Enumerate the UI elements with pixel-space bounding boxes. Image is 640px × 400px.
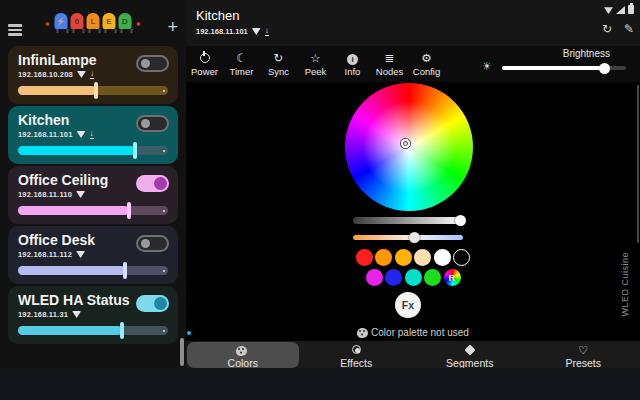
- device-power-toggle[interactable]: [136, 295, 169, 312]
- device-brightness-slider[interactable]: [18, 146, 168, 155]
- white-balance-slider[interactable]: [353, 235, 463, 240]
- main-header: Kitchen 192.168.11.101 ↓ ↻ ✎: [186, 0, 640, 46]
- android-status-bar: [604, 5, 634, 14]
- info-icon: i: [347, 54, 358, 65]
- power-button[interactable]: Power: [186, 51, 223, 77]
- device-nickname-label: WLED Cuisine: [620, 252, 630, 317]
- device-list-sidebar: ⚡0LED + InfiniLampe 192.168.10.208 ↓ Kit…: [0, 0, 186, 400]
- wifi-icon: [76, 251, 85, 258]
- tab-segments[interactable]: Segments: [414, 342, 527, 368]
- device-card-office-desk[interactable]: Office Desk 192.168.11.112 ↓: [8, 226, 178, 284]
- led-logo-glyph: ⚡: [55, 13, 68, 29]
- wifi-status-icon: [604, 6, 613, 14]
- color-swatch[interactable]: [356, 249, 373, 266]
- device-power-toggle[interactable]: [136, 175, 169, 192]
- slider-thumb[interactable]: [127, 202, 131, 219]
- sidebar-scrollbar[interactable]: [180, 338, 184, 366]
- sidebar-header: ⚡0LED +: [0, 0, 186, 46]
- device-power-toggle[interactable]: [136, 235, 169, 252]
- color-swatch[interactable]: [395, 249, 412, 266]
- led-logo-glyph: L: [87, 13, 100, 29]
- device-control-panel: Kitchen 192.168.11.101 ↓ ↻ ✎ Power ☾ Tim…: [186, 0, 640, 400]
- color-swatch[interactable]: [405, 269, 422, 286]
- palette-status: Color palette not used: [186, 327, 640, 338]
- device-card-infinilampe[interactable]: InfiniLampe 192.168.10.208 ↓: [8, 46, 178, 104]
- device-ip: 192.168.11.101: [196, 27, 248, 36]
- device-power-toggle[interactable]: [136, 55, 169, 72]
- device-card-wled-ha-status[interactable]: WLED HA Status 192.168.11.31 ↓: [8, 286, 178, 344]
- brightness-label: Brightness: [563, 48, 610, 59]
- value-slider[interactable]: [353, 217, 463, 224]
- main-scrollbar[interactable]: [637, 85, 639, 243]
- color-swatch[interactable]: [453, 249, 470, 266]
- cellular-status-icon: [616, 6, 625, 14]
- update-available-icon: ↓: [90, 70, 94, 79]
- fx-button[interactable]: Fx: [395, 292, 421, 318]
- peek-button[interactable]: ☆ Peek: [297, 51, 334, 77]
- color-swatch[interactable]: [375, 249, 392, 266]
- tab-presets[interactable]: ♡ Presets: [527, 342, 640, 368]
- device-ip: 192.168.11.112: [18, 250, 72, 259]
- brightness-slider-thumb[interactable]: [599, 63, 610, 74]
- effects-icon: [352, 345, 361, 354]
- palette-icon: [236, 346, 247, 356]
- led-logo-glyph: 0: [71, 13, 84, 29]
- wifi-icon: [77, 71, 86, 78]
- color-wheel-picker[interactable]: [401, 139, 410, 148]
- white-balance-slider-thumb[interactable]: [409, 232, 420, 243]
- sync-button[interactable]: ↻ Sync: [260, 51, 297, 77]
- device-ip: 192.168.10.208: [18, 70, 73, 79]
- palette-status-text: Color palette not used: [371, 327, 469, 338]
- color-swatch[interactable]: [414, 249, 431, 266]
- config-button[interactable]: ⚙ Config: [408, 51, 445, 77]
- brightness-control: Brightness ☀: [482, 46, 634, 82]
- device-brightness-slider[interactable]: [18, 266, 168, 275]
- timer-button[interactable]: ☾ Timer: [223, 51, 260, 77]
- nodes-list-icon: ≣: [371, 51, 408, 66]
- brightness-slider[interactable]: [502, 66, 626, 70]
- refresh-icon[interactable]: ↻: [602, 22, 612, 36]
- color-swatch[interactable]: [366, 269, 383, 286]
- device-brightness-slider[interactable]: [18, 86, 168, 95]
- info-button[interactable]: i Info: [334, 51, 371, 77]
- color-swatch[interactable]: [434, 249, 451, 266]
- menu-icon[interactable]: [8, 24, 22, 38]
- led-logo-glyph: D: [119, 13, 132, 29]
- sync-icon: ↻: [260, 51, 297, 66]
- wled-logo: ⚡0LED: [55, 13, 132, 29]
- slider-thumb[interactable]: [120, 322, 124, 339]
- value-slider-thumb[interactable]: [455, 215, 466, 226]
- edit-icon[interactable]: ✎: [624, 22, 634, 36]
- segments-icon: [464, 344, 475, 355]
- power-icon: [200, 53, 210, 63]
- led-logo-glyph: E: [103, 13, 116, 29]
- color-swatch-row-2: R: [186, 269, 640, 286]
- wifi-icon: [77, 131, 86, 138]
- add-device-button[interactable]: +: [167, 18, 178, 36]
- color-swatch[interactable]: [424, 269, 441, 286]
- device-name: Kitchen: [18, 112, 69, 128]
- color-wheel[interactable]: [345, 83, 473, 211]
- sun-icon: ☀: [482, 60, 492, 73]
- page-title: Kitchen: [196, 8, 239, 23]
- device-ip: 192.168.11.101: [18, 130, 73, 139]
- palette-icon: [357, 328, 368, 338]
- device-brightness-slider[interactable]: [18, 326, 168, 335]
- device-card-kitchen[interactable]: Kitchen 192.168.11.101 ↓: [8, 106, 178, 164]
- android-dock: ☎ M: [0, 368, 640, 400]
- nodes-button[interactable]: ≣ Nodes: [371, 51, 408, 77]
- device-card-office-ceiling[interactable]: Office Ceiling 192.168.11.110 ↓: [8, 166, 178, 224]
- device-power-toggle[interactable]: [136, 115, 169, 132]
- wled-app-screen: ⚡0LED + InfiniLampe 192.168.10.208 ↓ Kit…: [0, 0, 640, 400]
- device-name: Office Desk: [18, 232, 95, 248]
- slider-thumb[interactable]: [133, 142, 137, 159]
- color-swatch[interactable]: [385, 269, 402, 286]
- tab-effects[interactable]: Effects: [300, 342, 413, 368]
- tab-colors[interactable]: Colors: [187, 342, 300, 368]
- random-color-swatch[interactable]: R: [444, 269, 461, 286]
- device-name: Office Ceiling: [18, 172, 108, 188]
- gear-icon: ⚙: [408, 51, 445, 66]
- slider-thumb[interactable]: [94, 82, 98, 99]
- slider-thumb[interactable]: [123, 262, 127, 279]
- device-brightness-slider[interactable]: [18, 206, 168, 215]
